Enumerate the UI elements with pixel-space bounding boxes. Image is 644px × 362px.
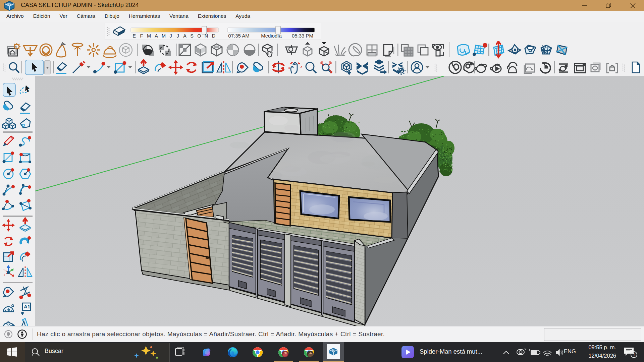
svg-text:N: N [205, 33, 208, 39]
svg-text:E: E [132, 33, 136, 39]
svg-text:A: A [183, 33, 186, 39]
svg-text:Mediodía: Mediodía [261, 33, 282, 39]
svg-text:A1: A1 [24, 304, 30, 309]
svg-text:07:35 AM: 07:35 AM [228, 33, 249, 39]
svg-text:1: 1 [633, 352, 635, 357]
svg-text:J: J [169, 33, 172, 39]
svg-text:O: O [197, 33, 201, 39]
svg-text:A: A [155, 33, 158, 39]
svg-text:J: J [176, 33, 179, 39]
svg-text:M: M [147, 33, 151, 39]
svg-text:M: M [162, 33, 166, 39]
svg-text:S: S [190, 33, 194, 39]
svg-text:D: D [212, 33, 215, 39]
svg-text:F: F [140, 33, 143, 39]
svg-text:05:33 PM: 05:33 PM [292, 33, 313, 39]
svg-text:5: 5 [23, 286, 25, 291]
